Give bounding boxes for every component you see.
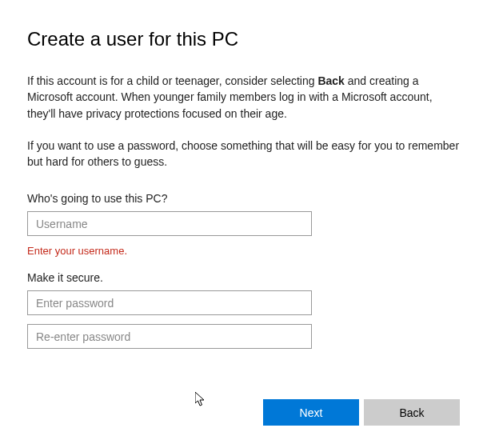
cursor-icon [195, 392, 208, 408]
intro-paragraph-2: If you want to use a password, choose so… [27, 138, 460, 170]
next-button[interactable]: Next [263, 399, 359, 426]
page-title: Create a user for this PC [27, 28, 460, 50]
intro-paragraph-1: If this account is for a child or teenag… [27, 73, 460, 122]
username-error: Enter your username. [27, 245, 460, 257]
username-section-label: Who's going to use this PC? [27, 192, 460, 205]
button-bar: Next Back [263, 399, 460, 426]
username-input[interactable] [27, 211, 312, 236]
intro-text-bold: Back [317, 74, 344, 87]
back-button[interactable]: Back [364, 399, 460, 426]
intro-text-a: If this account is for a child or teenag… [27, 74, 317, 87]
password-confirm-input[interactable] [27, 324, 312, 349]
password-section-label: Make it secure. [27, 271, 460, 284]
password-input[interactable] [27, 290, 312, 315]
